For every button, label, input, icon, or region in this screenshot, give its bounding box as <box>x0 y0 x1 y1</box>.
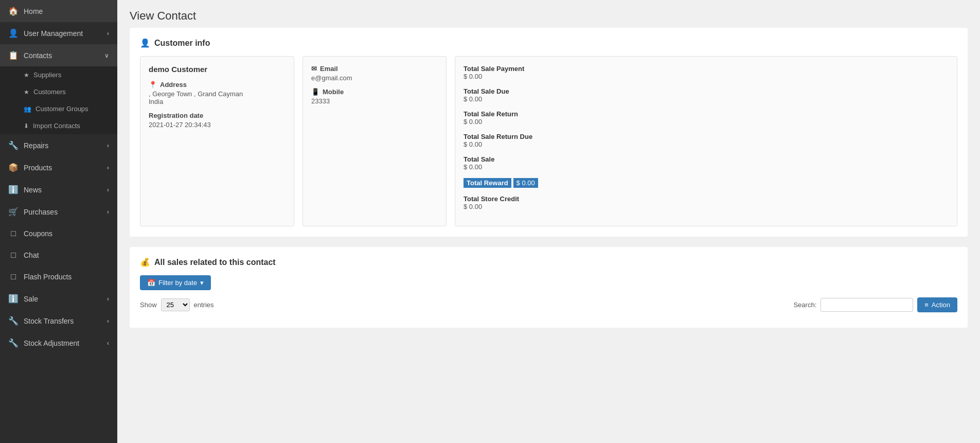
email-row: ✉ Email e@gmail.com <box>311 65 438 82</box>
sidebar-item-label: Sale <box>24 295 38 303</box>
sidebar: 🏠 Home 👤 User Management ‹ 📋 Contacts ∨ … <box>0 0 117 443</box>
stat-row-total-store-credit: Total Store Credit $ 0.00 <box>464 195 949 210</box>
sale-icon: ℹ️ <box>8 294 19 304</box>
filter-by-date-button[interactable]: 📅 Filter by date ▾ <box>140 275 211 290</box>
sidebar-item-sale[interactable]: ℹ️ Sale ‹ <box>0 288 117 310</box>
sidebar-item-products[interactable]: 📦 Products ‹ <box>0 156 117 179</box>
stat-value: $ 0.00 <box>513 178 538 188</box>
star-icon: ★ <box>24 88 29 96</box>
products-icon: 📦 <box>8 163 19 172</box>
registration-date-value: 2021-01-27 20:34:43 <box>149 121 286 129</box>
sidebar-item-news[interactable]: ℹ️ News ‹ <box>0 179 117 201</box>
stat-label: Total Sale Payment <box>464 65 949 73</box>
sidebar-item-suppliers[interactable]: ★ Suppliers <box>0 66 117 83</box>
registration-date-label: Registration date <box>149 112 286 119</box>
sidebar-item-stock-transfers[interactable]: 🔧 Stock Transfers ‹ <box>0 310 117 332</box>
sidebar-item-user-management[interactable]: 👤 User Management ‹ <box>0 22 117 44</box>
sidebar-item-label: Flash Products <box>24 273 72 281</box>
mobile-row: 📱 Mobile 23333 <box>311 88 438 105</box>
sidebar-item-label: Chat <box>24 251 39 259</box>
location-icon: 📍 <box>149 81 157 88</box>
search-label: Search: <box>793 301 816 309</box>
stat-label: Total Reward <box>464 178 511 188</box>
chevron-icon: ‹ <box>107 317 109 325</box>
sidebar-item-label: News <box>24 186 42 194</box>
filter-bar: 📅 Filter by date ▾ <box>140 275 957 290</box>
sidebar-item-repairs[interactable]: 🔧 Repairs ‹ <box>0 134 117 156</box>
purchases-icon: 🛒 <box>8 207 19 217</box>
customer-info-title: 👤 Customer info <box>140 38 957 48</box>
sidebar-item-stock-adjustment[interactable]: 🔧 Stock Adjustment ‹ <box>0 332 117 354</box>
sub-item-label: Customer Groups <box>35 105 88 113</box>
stats-container: Total Sale Payment $ 0.00 Total Sale Due… <box>464 65 949 210</box>
chevron-icon: ‹ <box>107 340 109 347</box>
stat-row-total-sale-payment: Total Sale Payment $ 0.00 <box>464 65 949 80</box>
entries-select[interactable]: 10 25 50 100 <box>161 298 190 311</box>
stat-row-total-sale-return: Total Sale Return $ 0.00 <box>464 110 949 126</box>
table-controls: Show 10 25 50 100 entries Search: ≡ Acti… <box>140 297 957 312</box>
user-management-icon: 👤 <box>8 28 19 38</box>
news-icon: ℹ️ <box>8 185 19 194</box>
stat-label: Total Store Credit <box>464 195 949 203</box>
sidebar-item-label: Stock Adjustment <box>24 339 79 347</box>
show-entries: Show 10 25 50 100 entries <box>140 298 214 311</box>
sidebar-item-chat[interactable]: □ Chat <box>0 244 117 266</box>
person-icon: 👤 <box>140 38 150 48</box>
sidebar-item-label: Stock Transfers <box>24 317 74 325</box>
sidebar-item-flash-products[interactable]: □ Flash Products <box>0 266 117 288</box>
mobile-value: 23333 <box>311 97 438 105</box>
contacts-submenu: ★ Suppliers ★ Customers 👥 Customer Group… <box>0 66 117 134</box>
stat-label: Total Sale Due <box>464 87 949 95</box>
stock-transfers-icon: 🔧 <box>8 316 19 326</box>
action-button[interactable]: ≡ Action <box>917 297 957 312</box>
chevron-icon: ‹ <box>107 295 109 303</box>
chevron-icon: ‹ <box>107 208 109 216</box>
main-content: View Contact 👤 Customer info demo Custom… <box>117 0 980 443</box>
sidebar-item-label: Repairs <box>24 141 48 150</box>
chevron-icon: ‹ <box>107 164 109 171</box>
stat-label: Total Sale Return <box>464 110 949 118</box>
search-input[interactable] <box>821 298 913 312</box>
stat-value: $ 0.00 <box>464 73 949 80</box>
sidebar-item-label: Contacts <box>24 51 52 60</box>
stat-value: $ 0.00 <box>464 140 949 148</box>
contact-box: ✉ Email e@gmail.com 📱 Mobile 23333 <box>302 56 447 226</box>
chevron-icon: ‹ <box>107 142 109 149</box>
chevron-icon: ‹ <box>107 186 109 193</box>
sidebar-item-customer-groups[interactable]: 👥 Customer Groups <box>0 100 117 117</box>
home-icon: 🏠 <box>8 6 19 16</box>
sidebar-item-label: User Management <box>24 29 83 38</box>
address-line2: India <box>149 98 286 105</box>
stat-row-total-sale-due: Total Sale Due $ 0.00 <box>464 87 949 103</box>
sales-icon: 💰 <box>140 257 150 267</box>
email-value: e@gmail.com <box>311 74 438 82</box>
registration-date-row: Registration date 2021-01-27 20:34:43 <box>149 112 286 129</box>
address-label: 📍 Address <box>149 81 286 88</box>
sidebar-item-label: Home <box>24 7 43 15</box>
stat-value: $ 0.00 <box>464 163 949 171</box>
sidebar-item-contacts[interactable]: 📋 Contacts ∨ <box>0 44 117 66</box>
stats-box: Total Sale Payment $ 0.00 Total Sale Due… <box>455 56 957 226</box>
calendar-icon: 📅 <box>147 279 155 287</box>
sidebar-item-import-contacts[interactable]: ⬇ Import Contacts <box>0 117 117 134</box>
mobile-label: 📱 Mobile <box>311 88 438 96</box>
address-line1: , George Town , Grand Cayman <box>149 90 286 98</box>
info-grid: demo Customer 📍 Address , George Town , … <box>140 56 957 226</box>
email-icon: ✉ <box>311 65 317 73</box>
dropdown-icon: ▾ <box>200 279 204 287</box>
sidebar-item-home[interactable]: 🏠 Home <box>0 0 117 22</box>
page-title: View Contact <box>117 0 980 28</box>
search-area: Search: ≡ Action <box>793 297 957 312</box>
address-box: demo Customer 📍 Address , George Town , … <box>140 56 294 226</box>
sidebar-item-label: Purchases <box>24 208 58 216</box>
stat-label: Total Sale Return Due <box>464 133 949 140</box>
sub-item-label: Suppliers <box>33 71 61 79</box>
repairs-icon: 🔧 <box>8 140 19 150</box>
sub-item-label: Customers <box>33 88 66 96</box>
sidebar-item-coupons[interactable]: □ Coupons <box>0 223 117 244</box>
sidebar-item-customers[interactable]: ★ Customers <box>0 83 117 100</box>
sidebar-item-purchases[interactable]: 🛒 Purchases ‹ <box>0 201 117 223</box>
stat-value: $ 0.00 <box>464 203 949 210</box>
sidebar-item-label: Coupons <box>24 229 52 238</box>
stat-label: Total Sale <box>464 155 949 163</box>
